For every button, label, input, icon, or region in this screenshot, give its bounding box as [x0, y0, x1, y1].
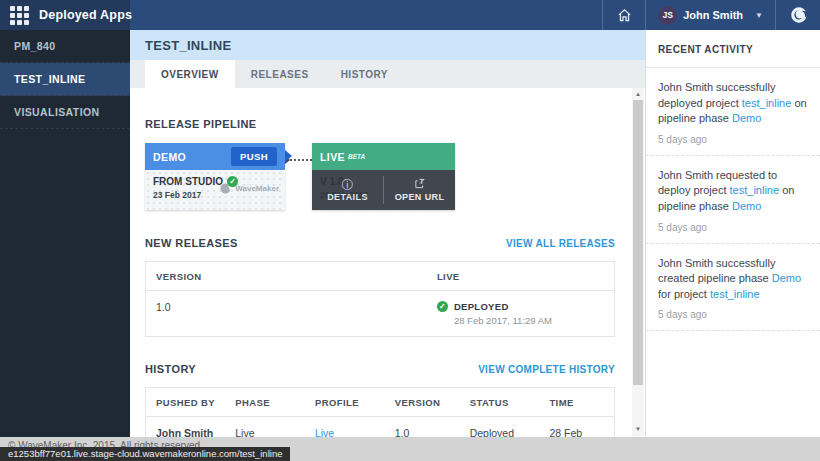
chevron-down-icon: ▼ — [755, 11, 763, 20]
info-icon: ⓘ — [342, 179, 354, 191]
sidebar-item-pm-840[interactable]: PM_840 — [0, 30, 130, 63]
activity-item: John Smith successfully deployed project… — [646, 68, 820, 156]
phase-name: DEMO — [153, 151, 186, 163]
demo-card-header: DEMO PUSH — [145, 143, 285, 170]
column-header-version: VERSION — [385, 388, 460, 417]
status-badge: DEPLOYED — [454, 301, 552, 312]
column-header-time: TIME — [539, 388, 614, 417]
sidebar-item-test-inline[interactable]: TEST_INLINE — [0, 63, 130, 96]
deploy-timestamp: 28 Feb 2017, 11:29 AM — [454, 315, 552, 326]
tab-releases[interactable]: RELEASES — [235, 60, 325, 88]
release-pipeline-heading: RELEASE PIPELINE — [145, 118, 257, 130]
live-card-header: LIVE BETA — [312, 143, 455, 170]
open-url-button[interactable]: OPEN URL — [384, 170, 455, 210]
activity-timestamp: 5 days ago — [658, 134, 808, 145]
table-row: 1.0 ✓ DEPLOYED 28 Feb 2017, 11:29 AM — [146, 291, 615, 337]
column-header-version: VERSION — [146, 262, 427, 291]
status-cell: Deployed — [460, 417, 540, 438]
pushed-by-cell: John Smith — [146, 417, 226, 438]
version-cell: 1.0 — [385, 417, 460, 438]
top-bar-actions: JS John Smith ▼ — [130, 0, 820, 30]
tab-history[interactable]: HISTORY — [325, 60, 404, 88]
divider — [645, 0, 646, 30]
live-phase-card: LIVE BETA V 1.0 28 Feb 2017 ⓘ DETAILS — [312, 143, 455, 210]
demo-phase-card: DEMO PUSH FROM STUDIO ✓ 23 Feb 2017 Wave… — [145, 143, 285, 210]
deployed-status-cell: ✓ DEPLOYED 28 Feb 2017, 11:29 AM — [437, 301, 604, 326]
dotted-line — [290, 159, 312, 161]
view-complete-history-link[interactable]: VIEW COMPLETE HISTORY — [478, 364, 615, 375]
activity-item: John Smith requested to deploy project t… — [646, 156, 820, 244]
activity-text: for project — [658, 288, 710, 300]
app-title: Deployed Apps — [39, 8, 132, 22]
view-all-releases-link[interactable]: VIEW ALL RELEASES — [506, 238, 615, 249]
new-releases-table: VERSION LIVE 1.0 ✓ DEPLOYED 28 Feb 2017,… — [145, 261, 615, 337]
wavemaker-logo-icon — [788, 4, 810, 26]
beta-badge: BETA — [348, 153, 365, 160]
phase-name: LIVE — [320, 151, 345, 163]
activity-item: John Smith successfully created pipeline… — [646, 244, 820, 332]
details-button[interactable]: ⓘ DETAILS — [312, 170, 383, 210]
vertical-scrollbar[interactable]: ▲ ▼ — [632, 88, 644, 437]
phase-cell: Live — [225, 417, 305, 438]
recent-activity-heading: RECENT ACTIVITY — [646, 30, 820, 68]
home-icon[interactable] — [611, 2, 637, 28]
column-header-profile: PROFILE — [305, 388, 385, 417]
time-cell: 28 Feb 2017, — [539, 417, 614, 438]
scroll-down-icon[interactable]: ▼ — [632, 423, 644, 435]
column-header-phase: PHASE — [225, 388, 305, 417]
open-url-icon — [414, 178, 425, 191]
project-link[interactable]: test_inline — [710, 288, 760, 300]
demo-card-body: FROM STUDIO ✓ 23 Feb 2017 WaveMaker — [145, 170, 285, 210]
phase-link[interactable]: Demo — [732, 112, 761, 124]
status-url-tooltip: e1253bff77e01.live.stage-cloud.wavemaker… — [0, 447, 290, 461]
release-pipeline: DEMO PUSH FROM STUDIO ✓ 23 Feb 2017 Wave… — [145, 143, 615, 210]
wavemaker-card-logo: WaveMaker — [219, 182, 279, 195]
from-studio-label: FROM STUDIO — [153, 176, 223, 187]
tab-bar: OVERVIEW RELEASES HISTORY — [130, 60, 645, 88]
arrow-notch-icon — [285, 150, 292, 162]
activity-timestamp: 5 days ago — [658, 222, 808, 233]
project-link[interactable]: test_inline — [742, 97, 792, 109]
activity-timestamp: 5 days ago — [658, 309, 808, 320]
main-panel: TEST_INLINE OVERVIEW RELEASES HISTORY RE… — [130, 30, 645, 437]
project-title-band: TEST_INLINE — [130, 30, 645, 60]
wavemaker-card-logo-text: WaveMaker — [235, 184, 279, 193]
project-link[interactable]: test_inline — [730, 184, 780, 196]
scroll-up-icon[interactable]: ▲ — [632, 88, 644, 100]
live-card-body: V 1.0 28 Feb 2017 ⓘ DETAILS — [312, 170, 455, 210]
divider — [602, 0, 603, 30]
top-bar: Deployed Apps JS John Smith ▼ — [0, 0, 820, 30]
history-table: PUSHED BY PHASE PROFILE VERSION STATUS T… — [145, 387, 615, 437]
activity-text: John Smith successfully created pipeline… — [658, 257, 775, 285]
live-card-actions-overlay: ⓘ DETAILS OPEN URL — [312, 170, 455, 210]
overview-content: RELEASE PIPELINE DEMO PUSH FROM STUDIO ✓ — [130, 118, 645, 437]
profile-link[interactable]: Live — [315, 427, 334, 437]
tab-overview[interactable]: OVERVIEW — [145, 60, 235, 88]
user-name: John Smith — [683, 9, 743, 21]
avatar: JS — [658, 6, 677, 25]
top-bar-brand-area: Deployed Apps — [0, 0, 130, 30]
divider — [775, 0, 776, 30]
scrollbar-thumb[interactable] — [633, 100, 643, 385]
push-button[interactable]: PUSH — [231, 147, 277, 166]
deployed-check-icon: ✓ — [437, 301, 448, 312]
user-menu[interactable]: JS John Smith ▼ — [654, 6, 767, 25]
sidebar-item-visualisation[interactable]: VISUALISATION — [0, 96, 130, 129]
new-releases-heading: NEW RELEASES — [145, 237, 238, 249]
deployed-apps-window: Deployed Apps JS John Smith ▼ PM_840 TES… — [0, 0, 820, 461]
history-heading: HISTORY — [145, 363, 196, 375]
phase-link[interactable]: Demo — [772, 272, 801, 284]
column-header-live: LIVE — [427, 262, 615, 291]
page-title: TEST_INLINE — [145, 38, 231, 53]
recent-activity-panel: RECENT ACTIVITY John Smith successfully … — [645, 30, 820, 437]
sidebar: PM_840 TEST_INLINE VISUALISATION — [0, 30, 130, 437]
table-row: John Smith Live Live 1.0 Deployed 28 Feb… — [146, 417, 615, 438]
apps-grid-icon[interactable] — [10, 6, 29, 25]
release-version-cell: 1.0 — [146, 291, 427, 337]
phase-link[interactable]: Demo — [732, 200, 761, 212]
column-header-status: STATUS — [460, 388, 540, 417]
column-header-pushed-by: PUSHED BY — [146, 388, 226, 417]
